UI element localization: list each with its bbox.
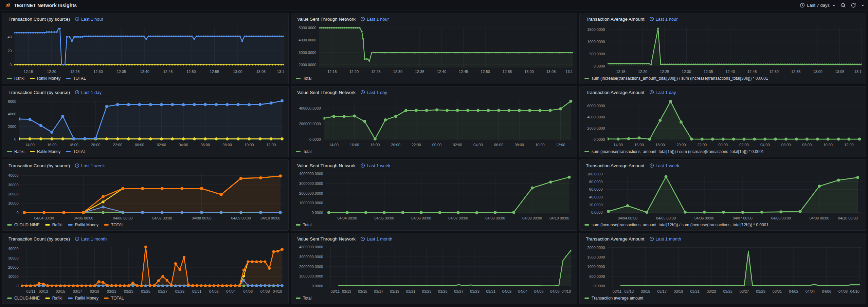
svg-text:500.0000: 500.0000 <box>589 52 605 56</box>
svg-text:0.0000: 0.0000 <box>594 137 605 141</box>
legend-item-cloud-nine[interactable]: CLOUD-NINE <box>7 223 40 227</box>
chart-area[interactable]: 01000020000300004000003/1103/1303/1503/1… <box>5 243 286 294</box>
panel-value-sent-through-network-last-1-month: Value Sent Through NetworkLast 1 month0.… <box>291 233 577 304</box>
legend-swatch <box>7 151 12 152</box>
svg-text:03/27: 03/27 <box>158 289 167 293</box>
panel-timerange-link[interactable]: Last 1 day <box>75 90 102 95</box>
svg-text:03/15: 03/15 <box>358 289 367 293</box>
svg-text:2000000.0000: 2000000.0000 <box>299 265 323 269</box>
chart-area[interactable]: 0.00002000.00004000.00006000.000014:0016… <box>582 97 863 148</box>
legend-item-total[interactable]: Total <box>296 223 311 227</box>
legend-item-total[interactable]: TOTAL <box>104 296 124 301</box>
legend-item-sum-increase-transactions-amou[interactable]: sum (increase(transactions_amount_total[… <box>584 223 768 227</box>
svg-text:4000.0000: 4000.0000 <box>299 38 316 42</box>
legend-item-rafiki-money[interactable]: Rafiki Money <box>68 223 98 227</box>
svg-text:04/02: 04/02 <box>789 289 798 293</box>
legend-label: Rafiki <box>52 296 62 301</box>
legend-item-total[interactable]: Total <box>296 296 311 301</box>
panel-timerange-link[interactable]: Last 1 day <box>360 90 387 95</box>
panel-header: Value Sent Through NetworkLast 1 week <box>294 161 574 170</box>
panel-timerange-link[interactable]: Last 1 hour <box>360 17 389 22</box>
y-axis-labels: 0.0000500.00001000.00001500.0000 <box>587 27 605 68</box>
svg-text:00:00: 00:00 <box>718 143 728 147</box>
chart-area[interactable]: 0.00001000000.00002000000.00003000000.00… <box>294 170 574 221</box>
legend-item-total[interactable]: Total <box>296 76 311 81</box>
chart-area[interactable]: 0.00001000000.00002000000.00003000000.00… <box>294 243 574 294</box>
svg-text:18:00: 18:00 <box>370 143 380 147</box>
legend-item-rafiki[interactable]: Rafiki <box>45 296 62 301</box>
panel-timerange-label: Last 1 day <box>367 90 387 95</box>
legend-swatch <box>7 224 12 226</box>
refresh-button[interactable] <box>851 3 856 8</box>
panel-timerange-link[interactable]: Last 1 day <box>649 90 676 95</box>
series-lines <box>607 175 859 214</box>
svg-text:14:00: 14:00 <box>613 143 623 147</box>
panel-legend: CLOUD-NINERafikiRafiki MoneyTOTAL <box>5 294 286 302</box>
legend-item-rafiki-money[interactable]: Rafiki Money <box>30 149 60 154</box>
chart-area[interactable]: 0.0000200000.0000400000.000014:0016:0018… <box>294 97 574 148</box>
legend-label: TOTAL <box>111 296 124 301</box>
panel-timerange-link[interactable]: Last 1 month <box>75 236 107 242</box>
svg-text:04/10: 04/10 <box>562 289 571 293</box>
panel-timerange-link[interactable]: Last 1 week <box>75 163 105 168</box>
panel-timerange-link[interactable]: Last 1 week <box>360 163 390 168</box>
clock-icon <box>75 236 79 241</box>
svg-text:04/10 00:00: 04/10 00:00 <box>549 216 569 220</box>
y-axis-labels: 010000200003000040000 <box>8 247 19 288</box>
legend-item-total[interactable]: TOTAL <box>66 149 86 154</box>
svg-text:0.0000: 0.0000 <box>312 284 323 288</box>
legend-item-sum-increase-transactions-amou[interactable]: sum (increase(transactions_amount_total[… <box>584 149 764 154</box>
svg-text:04/08: 04/08 <box>838 289 848 293</box>
panel-legend: RafikiRafiki MoneyTOTAL <box>5 74 286 82</box>
legend-item-rafiki[interactable]: Rafiki <box>7 76 24 81</box>
svg-text:2000: 2000 <box>8 124 16 129</box>
panel-timerange-link[interactable]: Last 1 month <box>360 236 392 242</box>
svg-text:12:00: 12:00 <box>266 143 276 147</box>
svg-text:04/10 00:00: 04/10 00:00 <box>260 216 280 220</box>
panel-header: Transaction Count (by source)Last 1 day <box>5 88 286 97</box>
chart-area[interactable]: 0.0000500.00001000.00001500.00002000.000… <box>582 243 863 294</box>
panel-timerange-link[interactable]: Last 1 hour <box>75 17 103 22</box>
chart-area[interactable]: 0204012:1512:2012:2512:3012:3512:4012:45… <box>5 23 286 74</box>
zoom-out-button[interactable] <box>840 3 846 8</box>
svg-text:03/25: 03/25 <box>438 289 448 293</box>
panel-legend: Total <box>294 294 574 302</box>
chart-area[interactable]: 2000.00003000.00004000.00005000.000012:1… <box>294 23 574 74</box>
chart-area[interactable]: 0.0000500.00001000.00001500.000012:1512:… <box>582 23 863 74</box>
svg-text:60.0000: 60.0000 <box>589 187 603 191</box>
svg-text:04/08 00:00: 04/08 00:00 <box>771 216 791 220</box>
panel-title: Transaction Count (by source) <box>8 90 70 95</box>
legend-item-rafiki-money[interactable]: Rafiki Money <box>30 76 60 81</box>
legend-item-transaction-average-amount[interactable]: Transaction average amount <box>584 296 643 301</box>
legend-item-rafiki[interactable]: Rafiki <box>45 223 62 227</box>
legend-item-rafiki-money[interactable]: Rafiki Money <box>68 296 98 301</box>
svg-text:12:20: 12:20 <box>349 70 359 74</box>
panel-timerange-link[interactable]: Last 1 week <box>649 163 679 168</box>
legend-label: Rafiki Money <box>37 149 60 154</box>
legend-item-cloud-nine[interactable]: CLOUD-NINE <box>7 296 40 301</box>
panel-title: Value Sent Through Network <box>297 90 356 95</box>
panel-timerange-link[interactable]: Last 1 month <box>649 236 681 242</box>
panel-transaction-average-amount-last-1-month: Transaction Average AmountLast 1 month0.… <box>579 233 866 304</box>
time-picker-button[interactable]: Last 7 days <box>800 3 836 8</box>
legend-swatch <box>584 78 589 79</box>
svg-text:03/11: 03/11 <box>331 289 340 293</box>
refresh-interval-dropdown[interactable] <box>861 3 865 7</box>
legend-item-total[interactable]: Total <box>296 149 311 154</box>
panel-timerange-link[interactable]: Last 1 hour <box>649 17 678 22</box>
svg-text:10:00: 10:00 <box>535 143 545 147</box>
legend-item-sum-increase-transactions-amou[interactable]: sum (increase(transactions_amount_total[… <box>584 76 768 81</box>
svg-text:02:00: 02:00 <box>453 143 462 147</box>
legend-item-total[interactable]: TOTAL <box>66 76 86 81</box>
chevron-down-icon <box>832 3 836 7</box>
chart-area[interactable]: 020004000600014:0016:0018:0020:0022:0000… <box>5 97 286 148</box>
svg-text:13:1: 13:1 <box>854 70 862 74</box>
svg-text:04/09 00:00: 04/09 00:00 <box>522 216 542 220</box>
legend-item-total[interactable]: TOTAL <box>104 223 124 227</box>
grafana-logo[interactable] <box>5 2 11 8</box>
legend-item-rafiki[interactable]: Rafiki <box>7 149 24 154</box>
panel-title: Transaction Count (by source) <box>8 163 70 168</box>
chart-area[interactable]: 01000020000300004000004/04 00:0004/05 00… <box>5 170 286 221</box>
x-axis-labels: 03/1103/1303/1503/1703/1903/2103/2303/25… <box>26 289 282 293</box>
chart-area[interactable]: 0.000020.000040.000060.000080.0000100.00… <box>582 170 863 221</box>
